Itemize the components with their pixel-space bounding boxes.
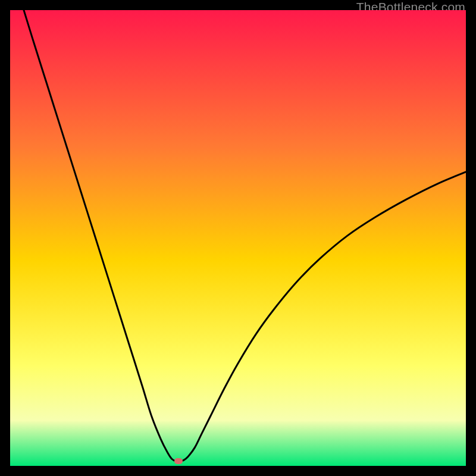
bottleneck-chart bbox=[10, 10, 466, 466]
minimum-marker bbox=[174, 458, 183, 464]
chart-frame bbox=[10, 10, 466, 466]
gradient-background bbox=[10, 10, 466, 466]
